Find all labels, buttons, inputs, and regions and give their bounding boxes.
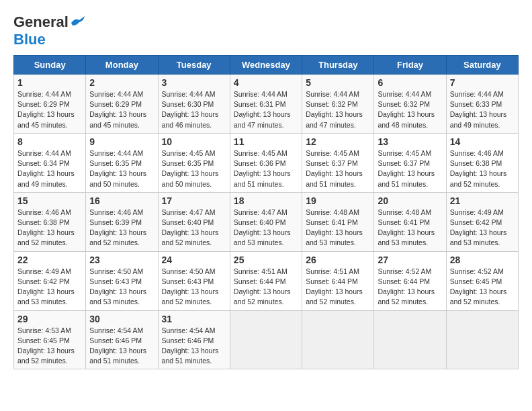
day-number: 25 — [234, 255, 298, 265]
day-number: 28 — [450, 255, 515, 265]
calendar-cell: 29Sunrise: 4:53 AMSunset: 6:45 PMDayligh… — [14, 310, 86, 369]
day-number: 9 — [89, 136, 154, 147]
calendar-cell: 7Sunrise: 4:44 AMSunset: 6:33 PMDaylight… — [446, 75, 518, 134]
calendar-cell: 21Sunrise: 4:49 AMSunset: 6:42 PMDayligh… — [446, 192, 518, 251]
day-number: 12 — [306, 136, 370, 147]
day-info: Sunrise: 4:47 AMSunset: 6:40 PMDaylight:… — [162, 208, 219, 247]
calendar-week-row: 22Sunrise: 4:49 AMSunset: 6:42 PMDayligh… — [14, 251, 519, 310]
calendar-cell: 27Sunrise: 4:52 AMSunset: 6:44 PMDayligh… — [374, 251, 446, 310]
day-number: 7 — [450, 77, 515, 88]
page-header: General Blue — [13, 13, 519, 48]
col-wednesday: Wednesday — [230, 56, 302, 75]
calendar-cell: 14Sunrise: 4:46 AMSunset: 6:38 PMDayligh… — [446, 133, 518, 192]
calendar-cell: 8Sunrise: 4:44 AMSunset: 6:34 PMDaylight… — [14, 133, 86, 192]
calendar-week-row: 8Sunrise: 4:44 AMSunset: 6:34 PMDaylight… — [14, 133, 519, 192]
calendar-cell: 11Sunrise: 4:45 AMSunset: 6:36 PMDayligh… — [230, 133, 302, 192]
day-info: Sunrise: 4:54 AMSunset: 6:46 PMDaylight:… — [89, 326, 146, 365]
calendar-cell: 6Sunrise: 4:44 AMSunset: 6:32 PMDaylight… — [374, 75, 446, 134]
day-info: Sunrise: 4:48 AMSunset: 6:41 PMDaylight:… — [306, 208, 363, 247]
day-info: Sunrise: 4:49 AMSunset: 6:42 PMDaylight:… — [17, 267, 75, 306]
calendar-cell: 30Sunrise: 4:54 AMSunset: 6:46 PMDayligh… — [86, 310, 158, 369]
day-number: 19 — [306, 195, 370, 206]
calendar-cell: 9Sunrise: 4:44 AMSunset: 6:35 PMDaylight… — [86, 133, 158, 192]
day-number: 1 — [17, 77, 82, 88]
day-info: Sunrise: 4:51 AMSunset: 6:44 PMDaylight:… — [234, 267, 291, 306]
day-info: Sunrise: 4:44 AMSunset: 6:35 PMDaylight:… — [89, 149, 146, 188]
day-number: 4 — [234, 77, 298, 88]
calendar-week-row: 15Sunrise: 4:46 AMSunset: 6:38 PMDayligh… — [14, 192, 519, 251]
calendar-cell: 13Sunrise: 4:45 AMSunset: 6:37 PMDayligh… — [374, 133, 446, 192]
calendar-week-row: 1Sunrise: 4:44 AMSunset: 6:29 PMDaylight… — [14, 75, 519, 134]
day-number: 15 — [17, 195, 82, 206]
day-number: 26 — [306, 255, 370, 265]
calendar-cell: 12Sunrise: 4:45 AMSunset: 6:37 PMDayligh… — [302, 133, 374, 192]
calendar-cell: 3Sunrise: 4:44 AMSunset: 6:30 PMDaylight… — [158, 75, 230, 134]
calendar-cell: 19Sunrise: 4:48 AMSunset: 6:41 PMDayligh… — [302, 192, 374, 251]
day-number: 31 — [162, 314, 226, 324]
col-sunday: Sunday — [14, 56, 86, 75]
day-info: Sunrise: 4:44 AMSunset: 6:29 PMDaylight:… — [17, 90, 75, 129]
calendar-cell — [230, 310, 302, 369]
day-info: Sunrise: 4:44 AMSunset: 6:32 PMDaylight:… — [306, 90, 363, 129]
logo-blue-text: Blue — [13, 31, 46, 48]
day-info: Sunrise: 4:46 AMSunset: 6:39 PMDaylight:… — [89, 208, 146, 247]
day-info: Sunrise: 4:52 AMSunset: 6:44 PMDaylight:… — [378, 267, 435, 306]
col-friday: Friday — [374, 56, 446, 75]
day-number: 13 — [378, 136, 442, 147]
calendar-cell: 2Sunrise: 4:44 AMSunset: 6:29 PMDaylight… — [86, 75, 158, 134]
day-info: Sunrise: 4:50 AMSunset: 6:43 PMDaylight:… — [162, 267, 219, 306]
calendar-cell: 23Sunrise: 4:50 AMSunset: 6:43 PMDayligh… — [86, 251, 158, 310]
day-info: Sunrise: 4:44 AMSunset: 6:32 PMDaylight:… — [378, 90, 435, 129]
calendar-cell: 1Sunrise: 4:44 AMSunset: 6:29 PMDaylight… — [14, 75, 86, 134]
day-number: 3 — [162, 77, 226, 88]
col-tuesday: Tuesday — [158, 56, 230, 75]
calendar-cell: 24Sunrise: 4:50 AMSunset: 6:43 PMDayligh… — [158, 251, 230, 310]
day-number: 27 — [378, 255, 442, 265]
calendar-cell: 28Sunrise: 4:52 AMSunset: 6:45 PMDayligh… — [446, 251, 518, 310]
day-number: 29 — [17, 314, 82, 324]
day-info: Sunrise: 4:49 AMSunset: 6:42 PMDaylight:… — [450, 208, 507, 247]
day-number: 2 — [89, 77, 154, 88]
day-info: Sunrise: 4:45 AMSunset: 6:37 PMDaylight:… — [378, 149, 435, 188]
calendar-header-row: Sunday Monday Tuesday Wednesday Thursday… — [14, 56, 519, 75]
calendar-table: Sunday Monday Tuesday Wednesday Thursday… — [13, 55, 519, 369]
calendar-cell: 17Sunrise: 4:47 AMSunset: 6:40 PMDayligh… — [158, 192, 230, 251]
day-number: 20 — [378, 195, 442, 206]
day-number: 24 — [162, 255, 226, 265]
calendar-cell: 4Sunrise: 4:44 AMSunset: 6:31 PMDaylight… — [230, 75, 302, 134]
day-info: Sunrise: 4:44 AMSunset: 6:34 PMDaylight:… — [17, 149, 75, 188]
calendar-cell — [446, 310, 518, 369]
day-info: Sunrise: 4:44 AMSunset: 6:30 PMDaylight:… — [162, 90, 219, 129]
col-monday: Monday — [86, 56, 158, 75]
day-number: 30 — [89, 314, 154, 324]
calendar-cell: 10Sunrise: 4:45 AMSunset: 6:35 PMDayligh… — [158, 133, 230, 192]
day-info: Sunrise: 4:52 AMSunset: 6:45 PMDaylight:… — [450, 267, 507, 306]
day-info: Sunrise: 4:44 AMSunset: 6:29 PMDaylight:… — [89, 90, 146, 129]
calendar-cell — [302, 310, 374, 369]
logo-general-text: General — [13, 13, 69, 31]
day-info: Sunrise: 4:48 AMSunset: 6:41 PMDaylight:… — [378, 208, 435, 247]
day-number: 23 — [89, 255, 154, 265]
day-number: 21 — [450, 195, 515, 206]
calendar-cell: 5Sunrise: 4:44 AMSunset: 6:32 PMDaylight… — [302, 75, 374, 134]
day-info: Sunrise: 4:44 AMSunset: 6:33 PMDaylight:… — [450, 90, 507, 129]
day-number: 18 — [234, 195, 298, 206]
day-number: 22 — [17, 255, 82, 265]
calendar-week-row: 29Sunrise: 4:53 AMSunset: 6:45 PMDayligh… — [14, 310, 519, 369]
calendar-cell — [374, 310, 446, 369]
col-saturday: Saturday — [446, 56, 518, 75]
day-info: Sunrise: 4:44 AMSunset: 6:31 PMDaylight:… — [234, 90, 291, 129]
day-info: Sunrise: 4:51 AMSunset: 6:44 PMDaylight:… — [306, 267, 363, 306]
calendar-cell: 16Sunrise: 4:46 AMSunset: 6:39 PMDayligh… — [86, 192, 158, 251]
day-info: Sunrise: 4:45 AMSunset: 6:36 PMDaylight:… — [234, 149, 291, 188]
calendar-cell: 22Sunrise: 4:49 AMSunset: 6:42 PMDayligh… — [14, 251, 86, 310]
calendar-cell: 15Sunrise: 4:46 AMSunset: 6:38 PMDayligh… — [14, 192, 86, 251]
day-info: Sunrise: 4:54 AMSunset: 6:46 PMDaylight:… — [162, 326, 219, 365]
calendar-cell: 26Sunrise: 4:51 AMSunset: 6:44 PMDayligh… — [302, 251, 374, 310]
day-number: 14 — [450, 136, 515, 147]
day-info: Sunrise: 4:45 AMSunset: 6:37 PMDaylight:… — [306, 149, 363, 188]
day-info: Sunrise: 4:45 AMSunset: 6:35 PMDaylight:… — [162, 149, 219, 188]
logo-bird-icon — [70, 16, 85, 27]
calendar-cell: 20Sunrise: 4:48 AMSunset: 6:41 PMDayligh… — [374, 192, 446, 251]
day-number: 16 — [89, 195, 154, 206]
